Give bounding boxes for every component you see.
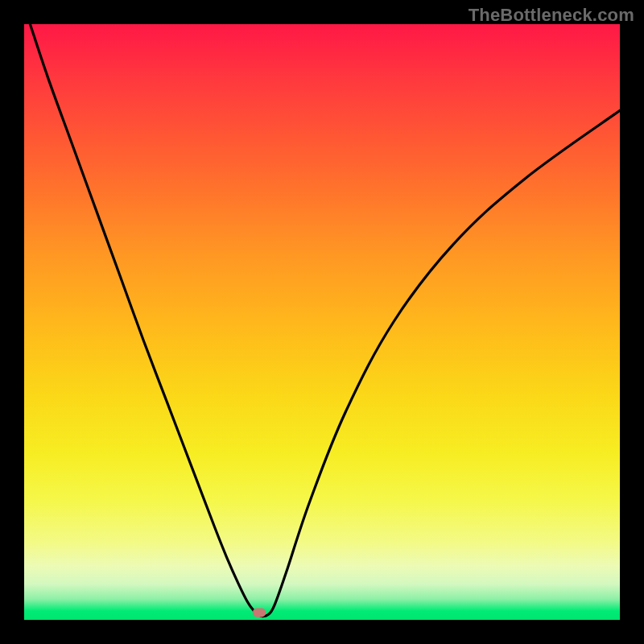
watermark-text: TheBottleneck.com [469, 5, 634, 26]
bottleneck-curve [24, 24, 620, 620]
plot-area [24, 24, 620, 620]
chart-frame: TheBottleneck.com [0, 0, 644, 644]
min-marker [253, 609, 266, 617]
